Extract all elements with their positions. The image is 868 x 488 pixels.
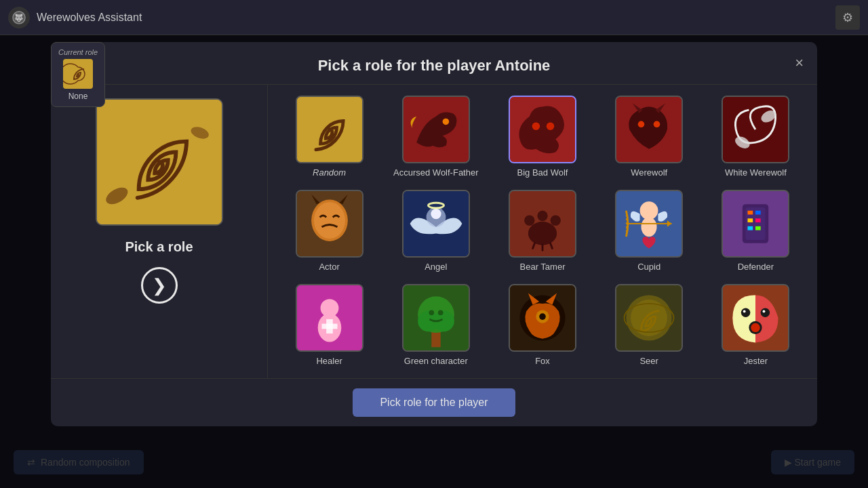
app-bar: 🐺 Werewolves Assistant ⚙	[0, 0, 868, 35]
svg-point-20	[314, 202, 345, 239]
svg-point-57	[429, 310, 434, 315]
modal-footer: Pick role for the player	[51, 378, 817, 426]
role-name-actor: Actor	[319, 262, 339, 273]
role-image-bear-tamer	[509, 190, 576, 258]
role-name-cupid: Cupid	[637, 262, 660, 273]
role-image-green	[402, 284, 470, 352]
role-item-random[interactable]: Random	[281, 96, 377, 179]
role-item-green[interactable]: Green character	[388, 284, 484, 367]
svg-point-35	[642, 217, 657, 237]
role-name-jester: Jester	[744, 356, 768, 367]
role-name-random: Random	[313, 167, 346, 179]
role-image-seer	[615, 284, 683, 352]
role-name-seer: Seer	[639, 356, 658, 367]
svg-point-28	[537, 211, 547, 221]
role-item-big-bad-wolf[interactable]: Big Bad Wolf	[494, 96, 590, 179]
role-item-healer[interactable]: Healer	[281, 284, 377, 367]
role-item-jester[interactable]: Jester	[708, 284, 804, 367]
role-image-fox	[509, 284, 576, 352]
app-icon: 🐺	[8, 7, 30, 28]
role-name-big-bad-wolf: Big Bad Wolf	[517, 167, 568, 179]
role-image-angel	[402, 190, 470, 258]
svg-point-58	[438, 310, 443, 315]
role-name-fox: Fox	[535, 356, 550, 367]
pick-role-button[interactable]: Pick role for the player	[353, 388, 515, 417]
left-panel: Pick a role ❯	[51, 85, 268, 378]
svg-point-10	[532, 122, 540, 130]
role-image-jester	[722, 284, 789, 352]
svg-point-73	[751, 323, 760, 331]
svg-point-34	[640, 201, 658, 220]
role-name-healer: Healer	[316, 356, 342, 367]
modal-header: Pick a role for the player Antoine ×	[51, 42, 817, 85]
role-item-werewolf[interactable]: Werewolf	[601, 96, 697, 179]
current-role-image	[63, 59, 93, 89]
svg-text:🐺: 🐺	[14, 13, 24, 22]
svg-rect-45	[748, 226, 753, 230]
role-image-random	[296, 96, 363, 163]
app-title: Werewolves Assistant	[37, 12, 835, 24]
role-item-bear-tamer[interactable]: Bear Tamer	[494, 190, 590, 273]
role-name-werewolf: Werewolf	[631, 167, 667, 179]
svg-point-68	[741, 308, 750, 317]
role-name-white-werewolf: White Werewolf	[725, 167, 787, 179]
role-item-accursed-wolf-father[interactable]: Accursed Wolf-Father	[388, 96, 484, 179]
role-image-cupid	[615, 190, 683, 258]
svg-point-62	[539, 313, 546, 320]
svg-rect-43	[748, 218, 753, 222]
role-image-white-werewolf	[722, 96, 789, 163]
role-item-actor[interactable]: Actor	[281, 190, 377, 273]
role-item-white-werewolf[interactable]: White Werewolf	[708, 96, 804, 179]
next-button[interactable]: ❯	[141, 267, 178, 304]
svg-point-11	[547, 122, 555, 130]
role-name-accursed-wolf-father: Accursed Wolf-Father	[393, 167, 478, 179]
current-role-label: Current role	[58, 48, 98, 56]
svg-point-23	[431, 209, 441, 219]
modal-body: Pick a role ❯ Random	[51, 85, 817, 378]
svg-point-14	[654, 121, 660, 128]
role-item-angel[interactable]: Angel	[388, 190, 484, 273]
roles-grid: Random	[281, 96, 804, 367]
svg-point-70	[743, 310, 746, 312]
role-image-accursed-wolf-father	[402, 96, 470, 163]
role-image-actor	[296, 190, 363, 258]
role-item-cupid[interactable]: Cupid	[601, 190, 697, 273]
svg-rect-41	[748, 211, 753, 215]
role-name-bear-tamer: Bear Tamer	[520, 262, 566, 273]
svg-point-69	[761, 308, 770, 317]
role-name-angel: Angel	[425, 262, 447, 273]
current-role-badge: Current role None	[51, 42, 105, 107]
selected-role-preview	[96, 98, 223, 226]
svg-point-27	[524, 215, 534, 225]
role-picker-modal: Pick a role for the player Antoine ×	[51, 42, 817, 426]
modal-close-button[interactable]: ×	[795, 56, 804, 70]
svg-point-13	[638, 121, 645, 128]
svg-point-71	[763, 310, 766, 312]
role-item-seer[interactable]: Seer	[601, 284, 697, 367]
svg-point-26	[528, 222, 557, 245]
svg-point-29	[551, 215, 561, 225]
role-name-green: Green character	[404, 356, 468, 367]
modal-overlay: Pick a role for the player Antoine ×	[0, 35, 868, 488]
role-image-healer	[296, 284, 363, 352]
svg-point-8	[442, 119, 449, 125]
settings-button[interactable]: ⚙	[835, 5, 860, 30]
right-panel: Random	[268, 85, 817, 378]
role-item-fox[interactable]: Fox	[494, 284, 590, 367]
svg-rect-46	[755, 226, 761, 230]
role-image-defender	[722, 190, 789, 258]
role-image-werewolf	[615, 96, 683, 163]
modal-title: Pick a role for the player Antoine	[318, 57, 551, 75]
current-role-name: None	[68, 92, 88, 101]
svg-rect-44	[755, 218, 761, 222]
role-image-big-bad-wolf	[509, 96, 576, 163]
role-name-defender: Defender	[738, 262, 774, 273]
svg-rect-42	[755, 211, 761, 215]
pick-role-label: Pick a role	[125, 239, 193, 255]
svg-rect-51	[321, 323, 337, 329]
role-item-defender[interactable]: Defender	[708, 190, 804, 273]
